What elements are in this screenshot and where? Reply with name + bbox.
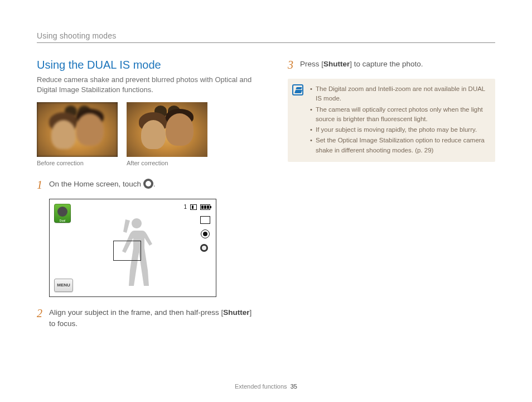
- note-item: The camera will optically correct photos…: [310, 105, 489, 125]
- after-photo: [127, 102, 207, 157]
- page-number: 35: [291, 383, 297, 390]
- mode-label: Dual: [54, 219, 71, 222]
- status-bar: 1: [183, 204, 210, 210]
- before-item: Before correction: [37, 102, 118, 166]
- shots-remaining: 1: [183, 204, 187, 210]
- step-text-after: ] to capture the photo.: [350, 60, 423, 68]
- section-intro: Reduce camera shake and prevent blurred …: [37, 75, 260, 94]
- note-item: Set the Optical Image Stabilization opti…: [310, 136, 489, 155]
- step-number: 3: [288, 59, 300, 71]
- step-text-before: Align your subject in the frame, and the…: [49, 308, 223, 317]
- footer-section: Extended functions: [235, 383, 287, 390]
- camera-lcd-preview: Dual MENU 1: [49, 199, 216, 297]
- step-text: Align your subject in the frame, and the…: [49, 307, 260, 329]
- shutter-bold: Shutter: [323, 60, 350, 68]
- note-icon: [292, 84, 303, 95]
- breadcrumb: Using shooting modes: [37, 31, 495, 43]
- quality-icon: [201, 229, 210, 238]
- step-text: On the Home screen, touch .: [49, 179, 260, 191]
- left-column: Using the DUAL IS mode Reduce camera sha…: [37, 59, 260, 337]
- step-number: 2: [37, 307, 49, 329]
- section-title: Using the DUAL IS mode: [37, 59, 260, 71]
- right-column: 3 Press [Shutter] to capture the photo. …: [288, 59, 495, 337]
- right-indicator-stack: [200, 216, 210, 253]
- comparison-row: Before correction After correction: [37, 102, 260, 166]
- step-3: 3 Press [Shutter] to capture the photo.: [288, 59, 495, 71]
- note-item: If your subject is moving rapidly, the p…: [310, 125, 489, 135]
- battery-icon: [200, 204, 210, 210]
- before-photo: [37, 102, 118, 157]
- step-text-before: Press [: [300, 60, 323, 68]
- menu-button: MENU: [54, 279, 73, 292]
- note-box: The Digital zoom and Intelli-zoom are no…: [288, 79, 495, 162]
- note-item: The Digital zoom and Intelli-zoom are no…: [310, 84, 489, 104]
- step-text-after: .: [153, 180, 156, 188]
- after-caption: After correction: [127, 160, 207, 166]
- before-caption: Before correction: [37, 160, 118, 166]
- ois-icon: [200, 244, 210, 253]
- step-2: 2 Align your subject in the frame, and t…: [37, 307, 260, 329]
- after-item: After correction: [127, 102, 207, 166]
- shutter-bold: Shutter: [223, 308, 249, 317]
- dual-is-icon: [143, 179, 153, 189]
- step-number: 1: [37, 179, 49, 191]
- mode-badge: Dual: [54, 204, 71, 223]
- step-text-before: On the Home screen, touch: [49, 180, 143, 188]
- focus-rectangle: [113, 241, 141, 261]
- page-footer: Extended functions 35: [0, 383, 532, 390]
- note-list: The Digital zoom and Intelli-zoom are no…: [310, 84, 489, 155]
- sd-card-icon: [190, 204, 197, 210]
- photo-size-icon: [200, 216, 210, 224]
- step-text: Press [Shutter] to capture the photo.: [300, 59, 495, 71]
- step-1: 1 On the Home screen, touch .: [37, 179, 260, 191]
